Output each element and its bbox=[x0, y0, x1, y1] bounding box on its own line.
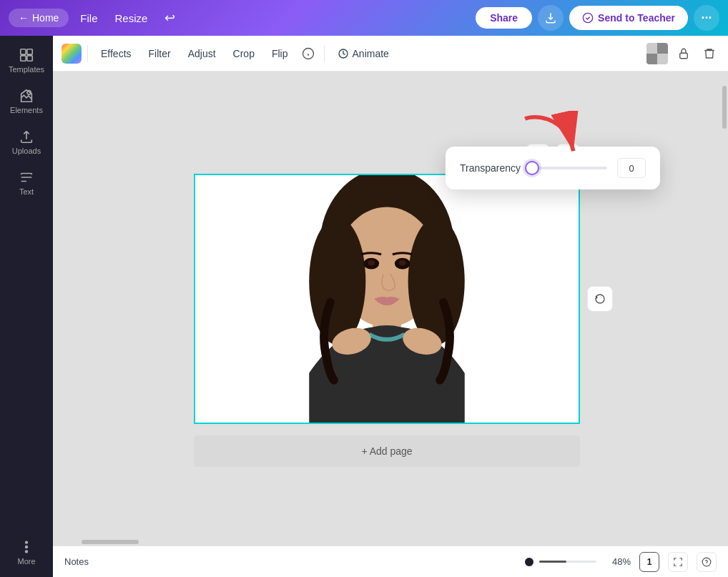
svg-rect-11 bbox=[680, 53, 688, 59]
design-canvas[interactable] bbox=[194, 174, 580, 424]
svg-point-25 bbox=[368, 260, 375, 265]
canvas-scroll-area: Transparency 0 bbox=[53, 71, 728, 538]
help-icon bbox=[702, 557, 712, 567]
bottom-bar: Notes 48% 1 bbox=[53, 546, 728, 577]
expand-icon bbox=[673, 557, 683, 567]
elements-label: Elements bbox=[10, 106, 43, 114]
effects-button[interactable]: Effects bbox=[94, 44, 139, 63]
svg-rect-3 bbox=[21, 56, 26, 61]
transparency-popup: Transparency 0 bbox=[446, 147, 660, 189]
horizontal-scrollbar[interactable] bbox=[53, 538, 728, 546]
transparency-label: Transparency bbox=[460, 162, 521, 174]
zoom-dot bbox=[525, 558, 533, 566]
trash-icon bbox=[703, 47, 716, 60]
elements-icon bbox=[19, 88, 34, 104]
sidebar-item-text[interactable]: Text bbox=[3, 164, 50, 202]
ellipsis-icon: ··· bbox=[701, 11, 712, 26]
zoom-track-filled bbox=[539, 561, 566, 563]
transparency-value[interactable]: 0 bbox=[617, 158, 646, 178]
toolbar-right bbox=[646, 43, 719, 64]
animate-icon bbox=[338, 48, 349, 59]
back-arrow-icon: ← bbox=[19, 12, 29, 24]
zoom-track[interactable] bbox=[539, 561, 596, 563]
page-indicator[interactable]: 1 bbox=[639, 552, 659, 572]
templates-label: Templates bbox=[9, 65, 44, 74]
sidebar: Templates Elements Uploads Text Mor bbox=[0, 36, 53, 577]
svg-point-26 bbox=[399, 260, 406, 265]
canvas-wrapper bbox=[194, 174, 580, 424]
animate-label: Animate bbox=[353, 48, 389, 59]
person-svg bbox=[195, 175, 579, 423]
canvas-content: + Add page bbox=[194, 144, 580, 467]
transparency-checker[interactable] bbox=[646, 43, 668, 64]
svg-point-6 bbox=[26, 541, 28, 543]
fullscreen-button[interactable] bbox=[668, 552, 688, 572]
color-swatch[interactable] bbox=[62, 44, 82, 64]
download-button[interactable] bbox=[538, 5, 564, 31]
sidebar-item-more[interactable]: More bbox=[3, 533, 50, 571]
rotate-button[interactable] bbox=[587, 286, 613, 312]
info-icon bbox=[302, 47, 315, 60]
help-button[interactable] bbox=[697, 552, 717, 572]
adjust-button[interactable]: Adjust bbox=[181, 44, 223, 63]
canvas-right-tools bbox=[587, 286, 613, 312]
text-icon bbox=[19, 169, 34, 185]
vertical-scrollbar-thumb[interactable] bbox=[722, 86, 727, 129]
more-icon bbox=[19, 539, 34, 555]
sidebar-item-templates[interactable]: Templates bbox=[3, 41, 50, 79]
svg-rect-2 bbox=[27, 49, 32, 54]
rotate-icon bbox=[594, 293, 606, 305]
main-layout: Templates Elements Uploads Text Mor bbox=[0, 36, 728, 577]
flip-button[interactable]: Flip bbox=[265, 44, 295, 63]
slider-track bbox=[531, 167, 607, 169]
content-area: Effects Filter Adjust Crop Flip Animate bbox=[53, 36, 728, 577]
undo-button[interactable]: ↩ bbox=[159, 6, 181, 29]
svg-point-8 bbox=[26, 551, 28, 553]
download-icon bbox=[544, 11, 557, 24]
templates-icon bbox=[19, 47, 34, 63]
add-page-button[interactable]: + Add page bbox=[194, 435, 580, 467]
svg-point-19 bbox=[408, 217, 465, 345]
svg-rect-4 bbox=[27, 56, 32, 61]
lock-icon bbox=[677, 47, 690, 60]
sidebar-item-uploads[interactable]: Uploads bbox=[3, 123, 50, 161]
more-options-button[interactable]: ··· bbox=[694, 5, 719, 31]
zoom-slider-container bbox=[525, 558, 596, 566]
uploads-label: Uploads bbox=[12, 147, 41, 155]
send-teacher-label: Send to Teacher bbox=[598, 12, 675, 24]
back-button[interactable]: ← Home bbox=[9, 9, 69, 27]
sidebar-item-elements[interactable]: Elements bbox=[3, 82, 50, 120]
svg-rect-1 bbox=[21, 49, 26, 54]
svg-point-7 bbox=[26, 546, 28, 548]
vertical-scrollbar[interactable] bbox=[721, 71, 728, 538]
share-button[interactable]: Share bbox=[476, 7, 532, 29]
resize-menu[interactable]: Resize bbox=[109, 9, 154, 28]
checkmark-icon bbox=[582, 12, 594, 24]
home-label: Home bbox=[32, 12, 59, 24]
animate-button[interactable]: Animate bbox=[330, 44, 396, 63]
text-label: Text bbox=[19, 187, 34, 196]
send-to-teacher-button[interactable]: Send to Teacher bbox=[569, 6, 688, 30]
crop-button[interactable]: Crop bbox=[226, 44, 262, 63]
svg-point-0 bbox=[583, 13, 592, 22]
zoom-percent: 48% bbox=[605, 556, 631, 567]
file-menu[interactable]: File bbox=[74, 9, 103, 28]
toolbar-divider-1 bbox=[87, 45, 88, 62]
svg-point-18 bbox=[309, 217, 365, 345]
top-navbar: ← Home File Resize ↩ Share Send to Teach… bbox=[0, 0, 728, 36]
transparency-slider-container bbox=[531, 161, 607, 175]
info-button[interactable] bbox=[298, 44, 318, 64]
canvas-main[interactable]: Transparency 0 bbox=[53, 71, 721, 538]
lock-button[interactable] bbox=[674, 44, 694, 64]
horizontal-scrollbar-thumb[interactable] bbox=[82, 540, 139, 544]
toolbar: Effects Filter Adjust Crop Flip Animate bbox=[53, 36, 728, 71]
notes-label: Notes bbox=[64, 556, 89, 567]
more-label: More bbox=[17, 557, 35, 566]
filter-button[interactable]: Filter bbox=[142, 44, 178, 63]
delete-button[interactable] bbox=[699, 44, 719, 64]
uploads-icon bbox=[19, 129, 34, 144]
slider-thumb[interactable] bbox=[525, 161, 539, 175]
toolbar-divider-2 bbox=[324, 45, 325, 62]
